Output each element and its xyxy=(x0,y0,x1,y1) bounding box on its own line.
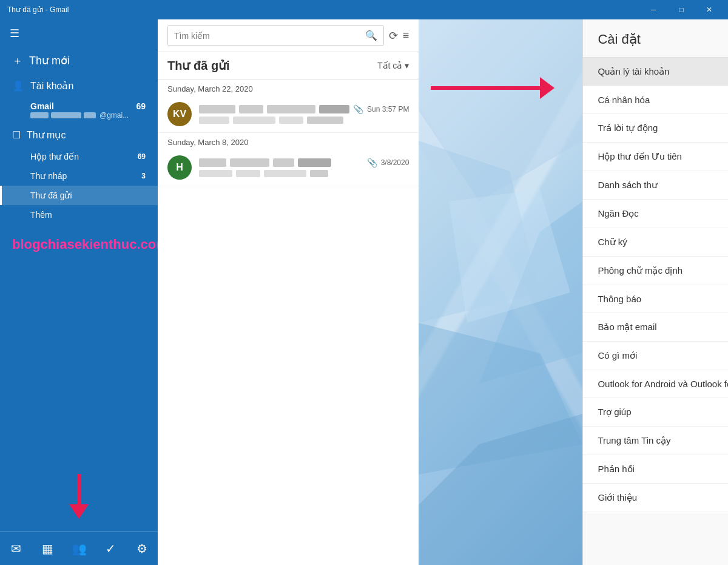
body-blur-8 xyxy=(310,170,328,177)
mail-list-header: Thư đã gửi Tất cả ▾ xyxy=(158,52,419,80)
folder-section-label: Thư mục xyxy=(27,129,66,141)
email-body-2 xyxy=(199,170,409,177)
background-panel xyxy=(419,19,582,565)
settings-item-7[interactable]: Phông chữ mặc định xyxy=(583,257,728,285)
right-arrow-indicator xyxy=(431,77,554,99)
email-blurred-sender-1 xyxy=(199,105,349,113)
bottom-nav: ✉ ▦ 👥 ✓ ⚙ xyxy=(0,531,158,565)
settings-item-9[interactable]: Bảo mật email xyxy=(583,313,728,342)
filter-icon[interactable]: ≡ xyxy=(403,29,410,42)
arrow-head-down xyxy=(69,504,89,519)
folder-name-inbox: Hộp thư đến xyxy=(30,152,79,161)
email-top-row-1: 📎 Sun 3:57 PM xyxy=(199,104,409,114)
people-icon: 👥 xyxy=(72,541,87,556)
refresh-icon[interactable]: ⟳ xyxy=(389,29,398,42)
arrow-head-right xyxy=(540,77,554,99)
arrow-down-indicator xyxy=(69,474,89,519)
blur-b3 xyxy=(267,105,315,113)
account-section-label: Tài khoản xyxy=(30,80,73,92)
settings-panel: Cài đặt Quản lý tài khoản Cá nhân hóa Tr… xyxy=(582,19,728,565)
mail-panel: 🔍 ⟳ ≡ Thư đã gửi Tất cả ▾ Sunday, March … xyxy=(158,19,419,565)
nav-calendar[interactable]: ▦ xyxy=(32,533,62,564)
folder-name-drafts: Thư nháp xyxy=(30,171,67,181)
account-section-header[interactable]: 👤 Tài khoản xyxy=(0,74,158,98)
settings-item-5[interactable]: Ngăn Đọc xyxy=(583,200,728,228)
account-email: @gmai... xyxy=(30,111,146,120)
inbox-badge: 69 xyxy=(138,152,146,161)
titlebar-title: Thư đã gửi - Gmail xyxy=(7,5,69,14)
new-mail-label: Thư mới xyxy=(29,54,70,67)
blur-b2 xyxy=(239,105,263,113)
blur-b1 xyxy=(199,105,235,113)
blur-c4 xyxy=(298,158,331,167)
folder-item-sent[interactable]: Thư đã gửi xyxy=(0,186,158,205)
body-blur-6 xyxy=(236,170,260,177)
settings-item-0[interactable]: Quản lý tài khoản xyxy=(583,58,728,86)
nav-settings[interactable]: ⚙ xyxy=(127,533,157,564)
blur-b4 xyxy=(319,105,349,113)
search-icon[interactable]: 🔍 xyxy=(365,30,377,41)
folder-item-inbox[interactable]: Hộp thư đến 69 xyxy=(0,147,158,166)
search-input-wrapper[interactable]: 🔍 xyxy=(167,25,384,46)
email-time-1: Sun 3:57 PM xyxy=(367,105,409,113)
email-body-1 xyxy=(199,117,409,124)
new-mail-button[interactable]: ＋ Thư mới xyxy=(0,47,158,74)
settings-item-11[interactable]: Outlook for Android và Outlook for iOS xyxy=(583,370,728,398)
geometric-bg-svg xyxy=(419,19,582,565)
blur-c3 xyxy=(273,158,294,167)
settings-item-1[interactable]: Cá nhân hóa xyxy=(583,86,728,114)
settings-item-10[interactable]: Có gì mới xyxy=(583,342,728,370)
settings-item-13[interactable]: Trung tâm Tin cậy xyxy=(583,427,728,455)
settings-item-12[interactable]: Trợ giúp xyxy=(583,398,728,427)
body-blur-4 xyxy=(307,117,343,124)
settings-item-15[interactable]: Giới thiệu xyxy=(583,484,728,512)
mail-icon: ✉ xyxy=(11,541,21,556)
close-button[interactable]: ✕ xyxy=(695,0,723,19)
settings-item-8[interactable]: Thông báo xyxy=(583,285,728,313)
date-group-1: Sunday, March 22, 2020 xyxy=(158,80,419,96)
folder-icon: ☐ xyxy=(12,129,21,141)
drafts-badge: 3 xyxy=(141,172,146,180)
email-meta-2: 📎 3/8/2020 xyxy=(367,158,410,167)
arrow-shaft-right xyxy=(431,86,540,90)
arrow-shaft-down xyxy=(77,474,81,504)
nav-people[interactable]: 👥 xyxy=(64,533,94,564)
blur-c2 xyxy=(230,158,269,167)
email-domain: @gmai... xyxy=(99,111,129,120)
blur-1 xyxy=(30,112,49,118)
settings-item-2[interactable]: Trả lời tự động xyxy=(583,114,728,143)
email-item-2[interactable]: H 📎 3/8/2020 xyxy=(158,149,419,186)
account-count: 69 xyxy=(136,101,146,111)
blog-watermark: blogchiasekienthuc.com xyxy=(0,225,158,265)
email-item-1[interactable]: KV 📎 Sun 3:57 PM xyxy=(158,96,419,133)
maximize-button[interactable]: □ xyxy=(667,0,695,19)
body-blur-1 xyxy=(199,117,229,124)
filter-button[interactable]: Tất cả ▾ xyxy=(377,61,409,70)
tasks-icon: ✓ xyxy=(106,541,116,556)
settings-item-14[interactable]: Phản hồi xyxy=(583,455,728,484)
folder-section-header[interactable]: ☐ Thư mục xyxy=(0,123,158,147)
body-blur-7 xyxy=(264,170,306,177)
nav-tasks[interactable]: ✓ xyxy=(95,533,126,564)
chevron-down-icon: ▾ xyxy=(405,61,409,70)
email-top-row-2: 📎 3/8/2020 xyxy=(199,158,409,167)
folder-item-drafts[interactable]: Thư nháp 3 xyxy=(0,166,158,186)
email-blurred-sender-2 xyxy=(199,158,363,167)
email-meta-1: 📎 Sun 3:57 PM xyxy=(353,104,409,114)
calendar-icon: ▦ xyxy=(42,541,53,556)
avatar-kv: KV xyxy=(167,102,192,126)
account-item-gmail[interactable]: Gmail 69 @gmai... xyxy=(0,98,158,123)
settings-item-4[interactable]: Danh sách thư xyxy=(583,171,728,200)
search-bar: 🔍 ⟳ ≡ xyxy=(158,19,419,52)
settings-item-6[interactable]: Chữ ký xyxy=(583,228,728,257)
sidebar-more-button[interactable]: Thêm xyxy=(0,205,158,225)
minimize-button[interactable]: ─ xyxy=(639,0,667,19)
hamburger-icon[interactable]: ☰ xyxy=(10,27,19,40)
settings-title: Cài đặt xyxy=(583,19,728,58)
nav-mail[interactable]: ✉ xyxy=(1,533,31,564)
avatar-h: H xyxy=(167,155,192,180)
gear-icon: ⚙ xyxy=(136,541,147,556)
settings-item-3[interactable]: Hộp thư đến Ưu tiên xyxy=(583,143,728,171)
account-name: Gmail 69 xyxy=(30,101,146,111)
search-input[interactable] xyxy=(174,31,365,41)
